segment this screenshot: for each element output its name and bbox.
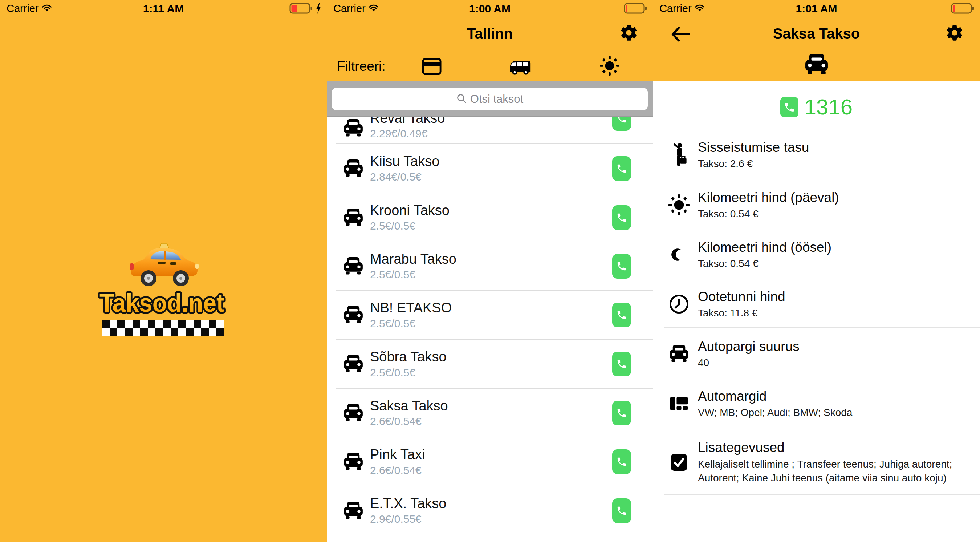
detail-row-km-price-day: Kilomeetri hind (päeval) Takso: 0.54 € xyxy=(664,182,980,228)
taxi-list-screen: Carrier 1:00 AM xyxy=(327,0,653,542)
taxi-row-marabu-takso[interactable]: Marabu Takso2.5€/0.5€ xyxy=(336,242,653,291)
page-title: Saksa Takso xyxy=(653,26,980,42)
hailing-person-icon xyxy=(664,143,694,167)
detail-value: Takso: 0.54 € xyxy=(698,258,832,269)
detail-title: Sisseistumise tasu xyxy=(698,140,809,155)
car-icon xyxy=(343,257,363,275)
car-icon xyxy=(343,119,363,137)
detail-value: VW; MB; Opel; Audi; BMW; Skoda xyxy=(698,407,852,418)
clock-icon xyxy=(664,294,694,314)
taxi-cartoon-logo xyxy=(128,243,200,291)
taxi-price: 2.9€/0.55€ xyxy=(370,513,447,525)
settings-button[interactable] xyxy=(945,23,964,42)
car-brands-grid-icon xyxy=(664,395,694,411)
taxi-name: E.T.X. Takso xyxy=(370,496,447,512)
status-bar: Carrier 1:00 AM xyxy=(327,0,653,17)
taxi-list: Reval Takso 2.29€/0.49€ Kiisu Takso2.84€… xyxy=(327,81,653,542)
detail-row-extra-services: Lisategevused Kellajaliselt tellimine ; … xyxy=(664,430,980,495)
taxi-row-etx-takso[interactable]: E.T.X. Takso2.9€/0.55€ xyxy=(336,486,653,535)
call-button[interactable] xyxy=(612,303,631,327)
search-input[interactable]: Otsi taksot xyxy=(332,88,648,110)
call-button[interactable] xyxy=(612,156,631,181)
taxi-row-krooni-takso[interactable]: Krooni Takso2.5€/0.5€ xyxy=(336,193,653,242)
taxi-price: 2.6€/0.54€ xyxy=(370,415,448,427)
taxi-name: Kiisu Takso xyxy=(370,154,440,169)
detail-value: Kellajaliselt tellimine ; Transfeer teen… xyxy=(698,458,954,485)
detail-row-km-price-night: Kilomeetri hind (öösel) Takso: 0.54 € xyxy=(664,231,980,278)
taxi-row-saksa-takso[interactable]: Saksa Takso2.6€/0.54€ xyxy=(336,389,653,437)
taxi-name: Marabu Takso xyxy=(370,251,457,267)
taxi-price: 2.5€/0.5€ xyxy=(370,317,452,330)
taxi-price: 2.29€/0.49€ xyxy=(370,128,445,140)
status-time: 1:11 AM xyxy=(0,3,327,15)
status-bar: Carrier 1:11 AM xyxy=(0,0,327,17)
status-bar: Carrier 1:01 AM xyxy=(653,0,980,17)
taxi-name: NB! ETAKSO xyxy=(370,300,452,316)
detail-value: Takso: 2.6 € xyxy=(698,158,809,170)
moon-icon xyxy=(664,245,694,264)
detail-row-waiting-hour: Ootetunni hind Takso: 11.8 € xyxy=(664,281,980,328)
filter-row: Filtreeri: xyxy=(327,54,653,79)
taxi-row-pink-taxi[interactable]: Pink Taxi2.6€/0.54€ xyxy=(336,437,653,486)
filter-van-button[interactable] xyxy=(509,59,533,77)
phone-number: 1316 xyxy=(804,94,853,120)
status-time: 1:00 AM xyxy=(327,3,653,15)
taxi-price: 2.5€/0.5€ xyxy=(370,220,450,232)
car-icon xyxy=(343,306,363,324)
car-icon xyxy=(664,345,694,363)
taxi-row-sobra-takso[interactable]: Sõbra Takso2.5€/0.5€ xyxy=(336,340,653,389)
search-icon xyxy=(457,93,466,105)
taxi-name: Sõbra Takso xyxy=(370,349,447,365)
call-button[interactable] xyxy=(612,401,631,426)
logo-wordmark: Taksod.net xyxy=(97,285,227,323)
taxi-row-kiisu-takso[interactable]: Kiisu Takso2.84€/0.5€ xyxy=(336,144,653,193)
filter-card-payment-button[interactable] xyxy=(422,57,442,77)
detail-title: Automargid xyxy=(698,389,852,404)
filter-day-tariff-sun-button[interactable] xyxy=(600,56,619,77)
call-button[interactable] xyxy=(612,498,631,523)
car-icon xyxy=(343,404,363,422)
detail-title: Ootetunni hind xyxy=(698,289,785,304)
battery-icon xyxy=(290,3,313,16)
taksod-app-screens: Carrier 1:11 AM xyxy=(0,0,980,542)
charging-bolt-icon xyxy=(315,3,322,15)
settings-button[interactable] xyxy=(619,23,638,42)
detail-title: Kilomeetri hind (öösel) xyxy=(698,240,832,255)
taxi-price: 2.6€/0.54€ xyxy=(370,464,425,477)
taxi-type-car-icon xyxy=(805,54,829,77)
detail-title: Autopargi suurus xyxy=(698,339,800,354)
page-title: Tallinn xyxy=(327,26,653,42)
call-button[interactable] xyxy=(612,254,631,279)
taxi-name: Saksa Takso xyxy=(370,398,448,414)
filter-label: Filtreeri: xyxy=(337,59,386,74)
car-icon xyxy=(343,159,363,178)
detail-title: Kilomeetri hind (päeval) xyxy=(698,190,839,205)
detail-value: Takso: 0.54 € xyxy=(698,208,839,220)
taxi-detail-screen: Carrier 1:01 AM xyxy=(653,0,980,542)
taxi-price: 2.84€/0.5€ xyxy=(370,171,440,183)
splash-screen: Carrier 1:11 AM xyxy=(0,0,327,542)
call-button[interactable] xyxy=(612,450,631,474)
status-time: 1:01 AM xyxy=(653,3,980,15)
detail-row-car-brands: Automargid VW; MB; Opel; Audi; BMW; Skod… xyxy=(664,380,980,427)
battery-icon xyxy=(624,3,648,16)
phone-icon xyxy=(780,97,799,117)
sun-icon xyxy=(664,194,694,215)
call-button[interactable] xyxy=(612,205,631,230)
taxi-price: 2.5€/0.5€ xyxy=(370,268,457,281)
phone-dial-row[interactable]: 1316 xyxy=(653,94,980,120)
checkbox-icon xyxy=(664,453,694,472)
detail-header: Carrier 1:01 AM xyxy=(653,0,980,81)
taxi-name: Pink Taxi xyxy=(370,447,425,462)
taxi-row-nb-etakso[interactable]: NB! ETAKSO2.5€/0.5€ xyxy=(336,291,653,340)
call-button[interactable] xyxy=(612,352,631,376)
car-icon xyxy=(343,502,363,520)
detail-value: 40 xyxy=(698,357,800,369)
taxi-price: 2.5€/0.5€ xyxy=(370,367,447,379)
list-header: Carrier 1:00 AM xyxy=(327,0,653,81)
car-icon xyxy=(343,453,363,471)
car-icon xyxy=(343,355,363,373)
detail-row-fleet-size: Autopargi suurus 40 xyxy=(664,331,980,378)
battery-icon xyxy=(951,3,975,16)
search-band: Otsi taksot xyxy=(327,81,653,117)
